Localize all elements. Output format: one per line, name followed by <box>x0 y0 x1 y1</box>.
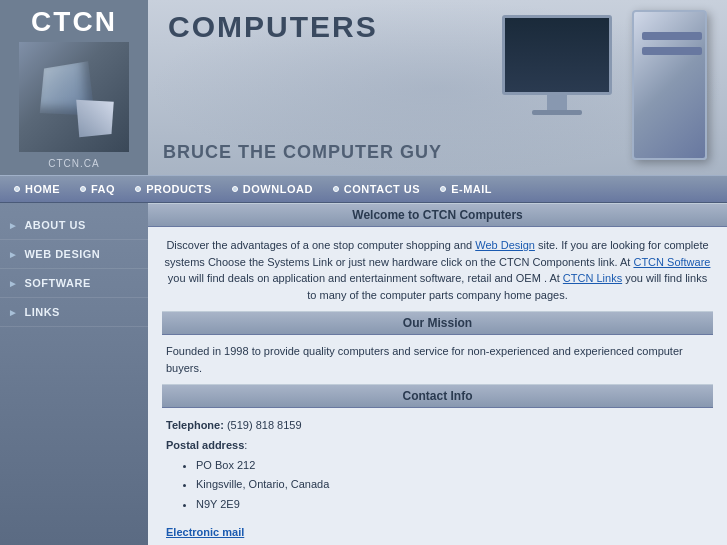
sidebar: ► ABOUT US ► WEB DESIGN ► SOFTWARE ► LIN… <box>0 203 148 545</box>
header: CTCN CTCN.CA COMPUTERS BRUCE THE COMPUTE… <box>0 0 727 175</box>
contact-section: Contact Info Telephone: (519) 818 8159 P… <box>162 384 713 543</box>
nav-faq[interactable]: FAQ <box>70 176 125 202</box>
monitor-base <box>532 110 582 115</box>
nav-dot-products <box>135 186 141 192</box>
monitor-screen <box>502 15 612 95</box>
nav-dot-home <box>14 186 20 192</box>
tower-graphic <box>632 10 707 160</box>
welcome-header: Welcome to CTCN Computers <box>148 203 727 227</box>
postal-list: PO Box 212 Kingsville, Ontario, Canada N… <box>196 456 709 515</box>
nav-dot-contact <box>333 186 339 192</box>
sidebar-arrow-software: ► <box>8 278 18 289</box>
sidebar-webdesign-label: WEB DESIGN <box>24 248 100 260</box>
postal-item-3: N9Y 2E9 <box>196 495 709 515</box>
intro-text-1: Discover the advantages of a one stop co… <box>166 239 475 251</box>
ctcn-software-link[interactable]: CTCN Software <box>633 256 710 268</box>
sidebar-item-links[interactable]: ► LINKS <box>0 298 148 327</box>
monitor-graphic <box>497 15 617 115</box>
nav-contact[interactable]: CONTACT US <box>323 176 430 202</box>
header-banner: COMPUTERS BRUCE THE COMPUTER GUY <box>148 0 727 175</box>
contact-details: Telephone: (519) 818 8159 Postal address… <box>162 416 713 543</box>
sidebar-arrow-links: ► <box>8 307 18 318</box>
logo-name: CTCN <box>31 8 117 36</box>
nav-dot-faq <box>80 186 86 192</box>
mission-text: Founded in 1998 to provide quality compu… <box>162 343 713 376</box>
logo-box: CTCN CTCN.CA <box>0 0 148 175</box>
postal-item-1: PO Box 212 <box>196 456 709 476</box>
nav-dot-download <box>232 186 238 192</box>
postal-label: Postal address <box>166 439 244 451</box>
postal-label-line: Postal address: <box>166 436 709 456</box>
sidebar-arrow-about: ► <box>8 220 18 231</box>
intro-text-3: you will find deals on application and e… <box>168 272 563 284</box>
sidebar-item-software[interactable]: ► SOFTWARE <box>0 269 148 298</box>
intro-paragraph: Discover the advantages of a one stop co… <box>162 237 713 303</box>
nav-products-label: PRODUCTS <box>146 183 212 195</box>
site-title: COMPUTERS <box>168 10 378 44</box>
postal-item-2: Kingsville, Ontario, Canada <box>196 475 709 495</box>
email-link[interactable]: Electronic mail <box>166 526 244 538</box>
nav-home-label: HOME <box>25 183 60 195</box>
telephone-label: Telephone: <box>166 419 224 431</box>
sidebar-software-label: SOFTWARE <box>24 277 90 289</box>
navbar: HOME FAQ PRODUCTS DOWNLOAD CONTACT US E-… <box>0 175 727 203</box>
computer-illustration <box>467 5 717 170</box>
logo-cube-graphic <box>19 42 129 152</box>
nav-download-label: DOWNLOAD <box>243 183 313 195</box>
nav-products[interactable]: PRODUCTS <box>125 176 222 202</box>
content-area: Welcome to CTCN Computers Discover the a… <box>148 203 727 545</box>
nav-contact-label: CONTACT US <box>344 183 420 195</box>
nav-dot-email <box>440 186 446 192</box>
sidebar-about-label: ABOUT US <box>24 219 85 231</box>
email-line: Electronic mail <box>166 523 709 543</box>
monitor-stand <box>547 95 567 110</box>
logo-url: CTCN.CA <box>48 158 99 171</box>
mission-section: Our Mission Founded in 1998 to provide q… <box>162 311 713 376</box>
nav-home[interactable]: HOME <box>4 176 70 202</box>
web-design-link[interactable]: Web Design <box>475 239 535 251</box>
sidebar-arrow-webdesign: ► <box>8 249 18 260</box>
ctcn-links-link[interactable]: CTCN Links <box>563 272 622 284</box>
contact-header: Contact Info <box>162 384 713 408</box>
nav-email-label: E-MAIL <box>451 183 492 195</box>
sidebar-links-label: LINKS <box>24 306 60 318</box>
mission-header: Our Mission <box>162 311 713 335</box>
tagline: BRUCE THE COMPUTER GUY <box>163 142 442 163</box>
nav-faq-label: FAQ <box>91 183 115 195</box>
telephone-value: (519) 818 8159 <box>227 419 302 431</box>
telephone-line: Telephone: (519) 818 8159 <box>166 416 709 436</box>
sidebar-item-webdesign[interactable]: ► WEB DESIGN <box>0 240 148 269</box>
nav-download[interactable]: DOWNLOAD <box>222 176 323 202</box>
nav-email[interactable]: E-MAIL <box>430 176 502 202</box>
main: ► ABOUT US ► WEB DESIGN ► SOFTWARE ► LIN… <box>0 203 727 545</box>
content-body: Discover the advantages of a one stop co… <box>148 227 727 545</box>
sidebar-item-about[interactable]: ► ABOUT US <box>0 211 148 240</box>
